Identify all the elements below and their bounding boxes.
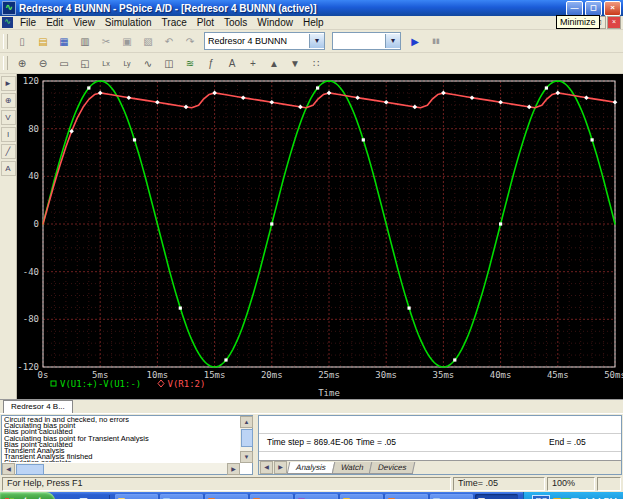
zoom-out-icon[interactable]: ⊖ bbox=[33, 54, 53, 72]
output-horizontal-scrollbar[interactable]: ◀ ▶ bbox=[2, 463, 240, 474]
taskbar-button[interactable]: Redresor 4 ... bbox=[475, 494, 518, 499]
scroll-up-icon[interactable]: ▲ bbox=[240, 416, 253, 428]
current-marker-icon[interactable]: I bbox=[1, 127, 16, 142]
log-x-axis-icon[interactable]: Lx bbox=[96, 54, 116, 72]
language-indicator[interactable]: RO bbox=[532, 495, 550, 499]
data-point-marker bbox=[270, 222, 273, 225]
taskbar-button[interactable]: YBR02L - N... bbox=[160, 494, 203, 499]
tab-analysis[interactable]: Analysis bbox=[287, 462, 335, 474]
save-icon[interactable]: ▦ bbox=[54, 32, 74, 50]
scrollbar-thumb[interactable] bbox=[16, 464, 44, 475]
y-tick-label: -120 bbox=[17, 362, 39, 372]
cursor-peak-icon[interactable]: ▲ bbox=[264, 54, 284, 72]
simulation-profile-combo[interactable]: Redresor 4 BUNNN ▾ bbox=[204, 32, 325, 50]
copy-icon[interactable]: ▣ bbox=[117, 32, 137, 50]
taskbar: start e▤♪ My Docume...YBR02L - N...PSpic… bbox=[0, 492, 623, 499]
y-tick-label: 80 bbox=[28, 124, 39, 134]
legend-label[interactable]: V(R1:2) bbox=[168, 379, 206, 389]
taskbar-button[interactable]: Yahoo! Mes... bbox=[295, 494, 338, 499]
zoom-in-icon[interactable]: ⊕ bbox=[12, 54, 32, 72]
simulation-status-pane: Time step = 869.4E-06 Time = .05 End = .… bbox=[258, 415, 622, 475]
evaluate-function-icon[interactable]: ƒ bbox=[201, 54, 221, 72]
cursor-trough-icon[interactable]: ▼ bbox=[285, 54, 305, 72]
x-tick-label: 15ms bbox=[204, 370, 226, 380]
menu-tools[interactable]: Tools bbox=[219, 17, 252, 28]
zoom-area-icon[interactable]: ▭ bbox=[54, 54, 74, 72]
paste-icon[interactable]: ▧ bbox=[138, 32, 158, 50]
plot-background bbox=[17, 74, 623, 399]
redo-icon[interactable]: ↷ bbox=[180, 32, 200, 50]
toolbar-grip[interactable] bbox=[3, 34, 8, 49]
chevron-down-icon[interactable]: ▾ bbox=[309, 34, 324, 48]
legend-label[interactable]: V(U1:+)-V(U1:-) bbox=[60, 379, 141, 389]
show-desktop-icon[interactable]: ▤ bbox=[77, 495, 90, 499]
menu-trace[interactable]: Trace bbox=[157, 17, 192, 28]
data-point-marker bbox=[453, 358, 456, 361]
menu-plot[interactable]: Plot bbox=[192, 17, 219, 28]
tab-scroll-left-icon[interactable]: ◀ bbox=[260, 461, 273, 474]
data-point-marker bbox=[591, 138, 594, 141]
scroll-right-icon[interactable]: ▶ bbox=[227, 463, 240, 475]
tab-scroll-right-icon[interactable]: ▶ bbox=[274, 461, 287, 474]
scrollbar-track[interactable] bbox=[44, 463, 227, 474]
data-point-marker bbox=[362, 138, 365, 141]
x-tick-label: 45ms bbox=[547, 370, 569, 380]
scrollbar-thumb[interactable] bbox=[241, 429, 253, 447]
taskbar-button[interactable]: PSpice Appli... bbox=[205, 494, 248, 499]
scroll-left-icon[interactable]: ◀ bbox=[2, 463, 15, 475]
document-window-icon: ∿ bbox=[2, 17, 13, 28]
open-file-icon[interactable]: ▤ bbox=[33, 32, 53, 50]
log-y-axis-icon[interactable]: Ly bbox=[117, 54, 137, 72]
tab-devices[interactable]: Devices bbox=[369, 462, 416, 474]
scroll-down-icon[interactable]: ▼ bbox=[240, 451, 253, 463]
restore-button[interactable]: ◻ bbox=[585, 1, 602, 16]
select-tool-icon[interactable]: ► bbox=[1, 76, 16, 91]
text-tool-icon[interactable]: A bbox=[1, 161, 16, 176]
taskbar-button[interactable]: PSpice Desi... bbox=[250, 494, 293, 499]
zoom-fit-icon[interactable]: ◱ bbox=[75, 54, 95, 72]
menu-window[interactable]: Window bbox=[252, 17, 298, 28]
voltage-marker-icon[interactable]: V bbox=[1, 110, 16, 125]
data-point-marker bbox=[316, 86, 319, 89]
pause-simulation-icon[interactable]: ▮▮ bbox=[426, 32, 446, 50]
internet-explorer-icon[interactable]: e bbox=[62, 495, 75, 499]
fourier-icon[interactable]: ∿ bbox=[138, 54, 158, 72]
taskbar-button[interactable]: PSpice Mes... bbox=[385, 494, 428, 499]
mark-data-points-icon[interactable]: ∷ bbox=[306, 54, 326, 72]
simulation-status-row: Time step = 869.4E-06 Time = .05 End = .… bbox=[259, 433, 621, 452]
zoom-tool-icon[interactable]: ⊕ bbox=[1, 93, 16, 108]
toolbar-grip[interactable] bbox=[3, 56, 8, 70]
menu-file[interactable]: File bbox=[15, 17, 41, 28]
undo-icon[interactable]: ↶ bbox=[159, 32, 179, 50]
minimize-button[interactable]: — bbox=[566, 1, 583, 16]
output-vertical-scrollbar[interactable]: ▲ ▼ bbox=[240, 416, 252, 463]
secondary-combo[interactable]: ▾ bbox=[332, 32, 401, 50]
status-extra-cell bbox=[597, 477, 621, 491]
start-button[interactable]: start bbox=[0, 492, 55, 499]
menu-simulation[interactable]: Simulation bbox=[100, 17, 157, 28]
new-file-icon[interactable]: ▯ bbox=[12, 32, 32, 50]
menu-view[interactable]: View bbox=[68, 17, 100, 28]
plot-tab-row: Redresor 4 B... bbox=[0, 399, 623, 413]
tab-watch[interactable]: Watch bbox=[332, 462, 373, 474]
pane-splitter[interactable] bbox=[254, 414, 257, 476]
toggle-cursor-icon[interactable]: + bbox=[243, 54, 263, 72]
print-icon[interactable]: ▥ bbox=[75, 32, 95, 50]
run-simulation-icon[interactable]: ▶ bbox=[405, 32, 425, 50]
text-label-icon[interactable]: A bbox=[222, 54, 242, 72]
cut-icon[interactable]: ✂ bbox=[96, 32, 116, 50]
taskbar-button[interactable]: My Docume... bbox=[115, 494, 158, 499]
taskbar-button[interactable]: elennona -... bbox=[340, 494, 383, 499]
wire-tool-icon[interactable]: ╱ bbox=[1, 144, 16, 159]
child-close-button[interactable]: × bbox=[607, 16, 621, 29]
tab-redresor-plot[interactable]: Redresor 4 B... bbox=[3, 400, 73, 413]
menu-help[interactable]: Help bbox=[298, 17, 329, 28]
add-trace-icon[interactable]: ≋ bbox=[180, 54, 200, 72]
performance-analysis-icon[interactable]: ◫ bbox=[159, 54, 179, 72]
close-button[interactable]: × bbox=[604, 1, 621, 16]
menu-edit[interactable]: Edit bbox=[41, 17, 68, 28]
data-point-marker bbox=[133, 138, 136, 141]
media-player-icon[interactable]: ♪ bbox=[92, 495, 105, 499]
taskbar-button[interactable]: PSpice Sche... bbox=[430, 494, 473, 499]
chevron-down-icon[interactable]: ▾ bbox=[385, 34, 400, 48]
